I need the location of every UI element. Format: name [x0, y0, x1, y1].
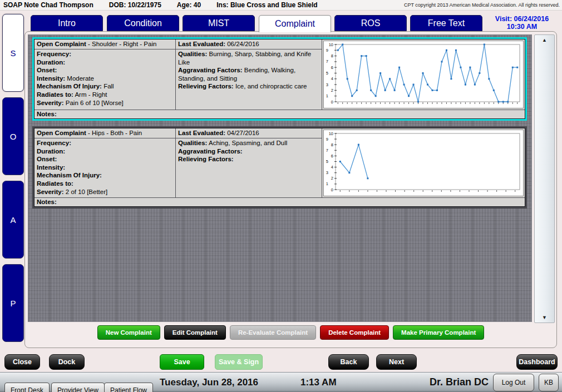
line-chart-svg: 012345678910	[324, 130, 523, 196]
field-row: Aggravating Factors:	[178, 147, 319, 156]
field-row: Frequency:	[37, 139, 173, 147]
dock-button[interactable]: Dock	[49, 354, 85, 370]
tab-intro[interactable]: Intro	[31, 15, 103, 31]
field-label: Severity:	[37, 100, 64, 106]
tab-free-text[interactable]: Free Text	[410, 15, 482, 31]
field-row: Duration:	[37, 147, 173, 156]
field-row: Relieving Factors: Ice, and chiropractic…	[178, 82, 319, 91]
patient-dob: DOB: 10/22/1975	[109, 1, 161, 9]
edit-complaint-button[interactable]: Edit Complaint	[164, 325, 226, 340]
field-row: Radiates to:	[37, 180, 173, 188]
tab-condition[interactable]: Condition	[107, 15, 179, 31]
complaint-card[interactable]: Open Complaint - Hips - Both - PainLast …	[32, 126, 527, 209]
soap-tab-o[interactable]: O	[2, 97, 24, 175]
svg-text:2: 2	[331, 88, 333, 93]
severity-chart-plot: 012345678910	[323, 130, 524, 196]
field-label: Aggravating Factors:	[178, 148, 243, 155]
complaint-detail-fields: Frequency:Duration:Onset:Intensity:Mecha…	[34, 138, 176, 197]
field-row: Duration:	[37, 58, 173, 67]
field-value: Aching, Spasming, and Dull	[207, 140, 287, 146]
vertical-scrollbar[interactable]: ▲ ▼	[534, 34, 555, 323]
patient-insurance: Ins: Blue Cross and Blue Shield	[216, 1, 317, 9]
complaint-card[interactable]: Open Complaint - Shoulder - Right - Pain…	[32, 37, 527, 121]
field-label: Frequency:	[37, 51, 71, 57]
savesign-button[interactable]: Save & Sign	[215, 354, 263, 370]
field-label: Intensity:	[37, 164, 65, 171]
complaint-location: - Hips - Both - Pain	[86, 130, 142, 136]
tab-mist[interactable]: MIST	[183, 15, 255, 31]
tab-complaint[interactable]: Complaint	[259, 15, 331, 32]
svg-text:6: 6	[331, 65, 333, 70]
keyboard-button[interactable]: KB	[539, 374, 559, 391]
field-value: Pain 6 of 10 [Worse]	[64, 100, 124, 106]
field-value: Fall	[102, 83, 114, 90]
patientflow-button[interactable]: Patient Flow	[104, 383, 153, 392]
make-primary-complaint-button[interactable]: Make Primary Complaint	[393, 325, 484, 340]
complaint-quality-fields: Qualities: Aching, Spasming, and DullAgg…	[176, 138, 322, 197]
next-button[interactable]: Next	[376, 354, 417, 370]
field-label: Radiates to:	[37, 180, 73, 187]
svg-text:9: 9	[326, 48, 328, 53]
field-row: Frequency:	[37, 50, 173, 58]
field-label: Qualities:	[178, 51, 207, 57]
re-evaluate-complaint-button[interactable]: Re-Evaluate Complaint	[230, 325, 316, 340]
field-value: Moderate	[65, 75, 94, 82]
log-out-button[interactable]: Log Out	[493, 374, 534, 391]
complaint-title: Open Complaint - Hips - Both - Pain	[34, 128, 176, 138]
severity-chart-plot: 012345678910	[323, 41, 524, 108]
severity-chart: 012345678910	[322, 128, 525, 197]
soap-note-title: SOAP Note Chad Thompson	[3, 1, 93, 9]
save-button[interactable]: Save	[160, 354, 204, 370]
field-row: Radiates to: Arm - Right	[37, 91, 173, 99]
delete-complaint-button[interactable]: Delete Complaint	[320, 325, 389, 340]
field-row: Mechanism Of Injury:	[37, 171, 173, 180]
soap-tab-p[interactable]: P	[2, 264, 24, 342]
field-label: Relieving Factors:	[178, 83, 234, 90]
dashboard-button[interactable]: Dashboard	[516, 354, 558, 370]
visit-time: 10:30 AM	[485, 23, 559, 31]
field-value: 2 of 10 [Better]	[64, 188, 108, 195]
complaint-panel: Open Complaint - Shoulder - Right - Pain…	[24, 31, 557, 348]
tab-ros[interactable]: ROS	[334, 15, 407, 31]
field-row: Mechanism Of Injury: Fall	[37, 82, 173, 91]
field-label: Duration:	[37, 148, 65, 155]
field-row: Aggravating Factors: Bending, Walking, S…	[178, 66, 319, 82]
svg-text:1: 1	[326, 93, 328, 98]
field-row: Onset:	[37, 155, 173, 163]
field-row: Qualities: Burning, Sharp, Stabbing, and…	[178, 50, 319, 66]
soap-tab-a[interactable]: A	[2, 181, 24, 259]
frontdesk-button[interactable]: Front Desk	[4, 383, 50, 392]
field-label: Radiates to:	[37, 91, 73, 98]
svg-text:2: 2	[331, 176, 333, 181]
new-complaint-button[interactable]: New Complaint	[97, 325, 160, 340]
last-evaluated-label: Last Evaluated:	[178, 130, 227, 136]
svg-text:4: 4	[331, 76, 333, 81]
field-row: Intensity:	[37, 163, 173, 172]
patient-header-bar: SOAP Note Chad Thompson DOB: 10/22/1975 …	[0, 0, 562, 11]
svg-text:6: 6	[331, 153, 333, 158]
scroll-down-icon[interactable]: ▼	[542, 312, 547, 322]
field-label: Qualities:	[178, 140, 207, 146]
svg-text:0: 0	[331, 100, 333, 105]
field-row: Intensity: Moderate	[37, 75, 173, 83]
field-label: Aggravating Factors:	[178, 67, 243, 73]
patient-age: Age: 40	[177, 1, 201, 9]
scroll-up-icon[interactable]: ▲	[542, 35, 547, 45]
svg-text:3: 3	[326, 82, 328, 87]
field-row: Qualities: Aching, Spasming, and Dull	[178, 139, 319, 147]
field-label: Onset:	[37, 156, 57, 162]
visit-date: Visit: 06/24/2016	[485, 15, 559, 23]
svg-text:4: 4	[331, 165, 333, 170]
svg-text:5: 5	[326, 71, 328, 76]
back-button[interactable]: Back	[328, 354, 369, 370]
field-label: Mechanism Of Injury:	[37, 83, 102, 90]
complaint-actions: New ComplaintEdit ComplaintRe-Evaluate C…	[25, 325, 556, 340]
close-button[interactable]: Close	[4, 354, 40, 370]
provider-button[interactable]: Provider View	[51, 383, 105, 392]
complaint-quality-fields: Qualities: Burning, Sharp, Stabbing, and…	[176, 49, 322, 110]
soap-tab-s[interactable]: S	[2, 14, 24, 92]
severity-chart: 012345678910	[322, 39, 525, 110]
current-date: Tuesday, Jun 28, 2016	[160, 377, 258, 388]
last-evaluated-date: 06/24/2016	[227, 41, 259, 47]
field-row: Severity: 2 of 10 [Better]	[37, 188, 173, 196]
